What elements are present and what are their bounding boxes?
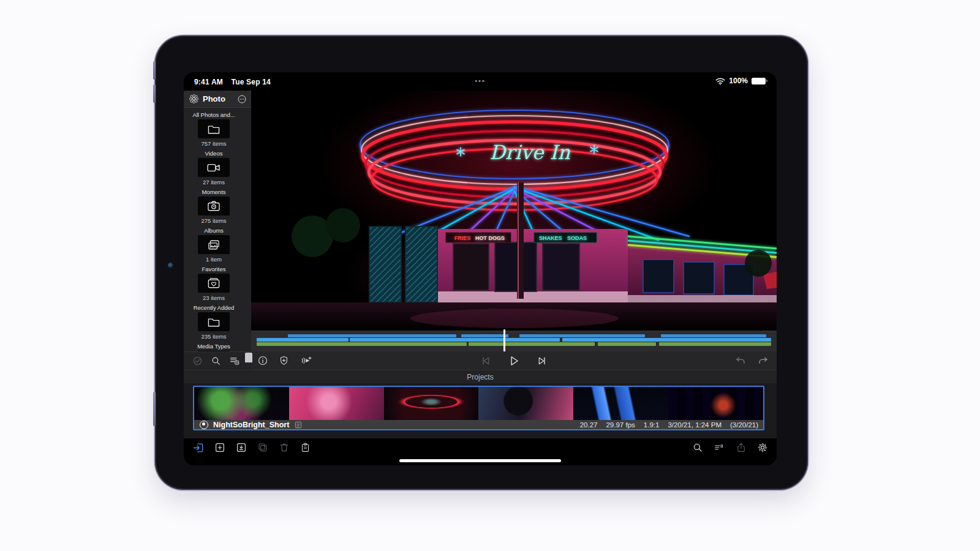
library-item-all-photos[interactable]: All Photos and... 757 items <box>184 110 251 147</box>
filmstrip-frame-palms <box>194 387 289 420</box>
share-icon <box>736 442 747 453</box>
undo-button[interactable] <box>734 355 747 366</box>
play-button[interactable] <box>508 354 521 367</box>
skip-back-button[interactable] <box>480 355 492 367</box>
home-indicator[interactable] <box>399 459 561 462</box>
library-item-label: All Photos and... <box>192 111 235 118</box>
overlay-track-segment[interactable] <box>519 334 593 337</box>
audio-insert-button[interactable] <box>300 355 313 366</box>
project-metadata: 20.27 29.97 fps 1.9:1 3/20/21, 1:24 PM (… <box>580 421 758 429</box>
overlay-track-segment[interactable] <box>388 334 456 337</box>
import-project-button[interactable] <box>192 442 204 454</box>
multi-select-button[interactable] <box>192 356 203 366</box>
play-icon <box>508 354 521 367</box>
skip-forward-icon <box>537 355 548 367</box>
library-item-label: Favorites <box>202 266 225 272</box>
library-item-label: Moments <box>202 189 225 195</box>
page: 9:41 AM Tue Sep 14 ••• 100% <box>0 0 980 551</box>
search-icon <box>211 356 221 366</box>
library-item-label: Videos <box>205 150 223 157</box>
project-card-nightsobright[interactable]: NightSoBright_Short 20.27 29.97 fps 1.9:… <box>193 386 764 430</box>
overlay-track-segment[interactable] <box>724 334 766 337</box>
library-display-options-button[interactable] <box>229 356 240 366</box>
photo-stack-icon <box>207 239 221 250</box>
library-item-count: 757 items <box>201 140 226 147</box>
undo-icon <box>734 355 747 366</box>
project-duration: 20.27 <box>580 421 598 429</box>
clip-info-button[interactable] <box>257 355 268 366</box>
trash-icon <box>279 442 290 453</box>
search-projects-button[interactable] <box>692 442 703 453</box>
redo-button[interactable] <box>757 355 769 366</box>
folder-icon <box>207 124 221 135</box>
library-item-moments[interactable]: Moments 275 items <box>184 187 251 224</box>
clipboard-icon <box>300 442 311 453</box>
projects-toolbar: a <box>184 438 777 457</box>
library-category-list: All Photos and... 757 items Videos 27 it… <box>184 110 251 351</box>
project-name: NightSoBright_Short <box>213 421 289 429</box>
library-item-videos[interactable]: Videos 27 items <box>184 149 251 186</box>
library-search-button[interactable] <box>211 356 221 366</box>
delete-project-button[interactable] <box>279 442 290 454</box>
duplicate-project-button[interactable] <box>257 442 268 454</box>
clock: 9:41 AM <box>194 78 223 86</box>
front-camera <box>168 263 173 268</box>
library-source-header: Photo <box>184 91 251 108</box>
project-notes-icon[interactable] <box>294 421 303 429</box>
library-item-albums[interactable]: Albums 1 item <box>184 226 251 263</box>
audio-track-segment[interactable] <box>598 342 655 346</box>
overlay-track-segment[interactable] <box>582 334 646 337</box>
share-project-button[interactable] <box>736 442 747 453</box>
multitasking-dots[interactable]: ••• <box>475 77 486 84</box>
project-modified-date: 3/20/21, 1:24 PM <box>668 421 722 429</box>
volume-up-button[interactable] <box>153 61 156 80</box>
library-item-favorites[interactable]: Favorites 23 items <box>184 264 251 301</box>
filmstrip-frame-neon-sign <box>384 387 479 420</box>
library-item-count: 275 items <box>201 217 226 224</box>
project-filmstrip <box>194 387 763 420</box>
skip-forward-button[interactable] <box>537 355 548 367</box>
status-bar: 9:41 AM Tue Sep 14 ••• 100% <box>184 72 777 91</box>
paste-button[interactable] <box>300 442 311 454</box>
check-circle-icon <box>192 356 203 366</box>
video-preview[interactable]: Drive In <box>251 91 777 331</box>
insert-clip-button[interactable] <box>279 355 289 366</box>
filmstrip-frame-blue-room <box>573 387 668 420</box>
shield-plus-icon <box>279 355 289 366</box>
audio-track-segment[interactable] <box>659 342 772 346</box>
main-video-track-segment[interactable] <box>350 338 560 342</box>
main-video-track-segment[interactable] <box>257 338 349 342</box>
sort-projects-button[interactable]: a <box>714 442 725 453</box>
library-item-media-types[interactable]: Media Types 6 items <box>184 342 251 351</box>
library-item-recently-added[interactable]: Recently Added 235 items <box>184 303 251 340</box>
drive-in-scene: Drive In <box>251 91 777 331</box>
project-selected-icon <box>200 421 208 429</box>
panel-resize-handle[interactable] <box>245 353 252 362</box>
download-square-icon <box>236 442 247 453</box>
library-item-count: 235 items <box>201 333 226 340</box>
project-aspect-ratio: 1.9:1 <box>644 421 660 429</box>
neon-sign-fries: FRIES <box>454 235 471 241</box>
audio-track-segment[interactable] <box>257 342 467 346</box>
library-item-count: 23 items <box>203 294 225 301</box>
audio-track-segment[interactable] <box>469 342 595 346</box>
redo-icon <box>757 355 769 366</box>
media-library-sidebar: Photo All Photos and... 757 items <box>184 91 251 370</box>
timeline-overview[interactable] <box>251 331 777 352</box>
date: Tue Sep 14 <box>232 78 271 86</box>
ellipsis-circle-icon <box>237 94 247 104</box>
library-options-button[interactable] <box>237 94 247 104</box>
sort-alpha-icon: a <box>714 442 725 453</box>
playhead[interactable] <box>503 329 505 353</box>
main-video-track-segment[interactable] <box>562 338 771 342</box>
filmstrip-frame-portrait-afro <box>478 387 573 420</box>
settings-button[interactable] <box>757 442 768 453</box>
filmstrip-frame-purple-windows <box>668 387 763 420</box>
edit-toolbar <box>251 351 777 370</box>
volume-down-button[interactable] <box>153 84 156 103</box>
save-project-button[interactable] <box>236 442 247 454</box>
folder-icon <box>207 317 221 328</box>
new-project-button[interactable] <box>214 442 225 454</box>
audio-add-icon <box>300 355 313 366</box>
overlay-track-segment[interactable] <box>461 334 508 337</box>
